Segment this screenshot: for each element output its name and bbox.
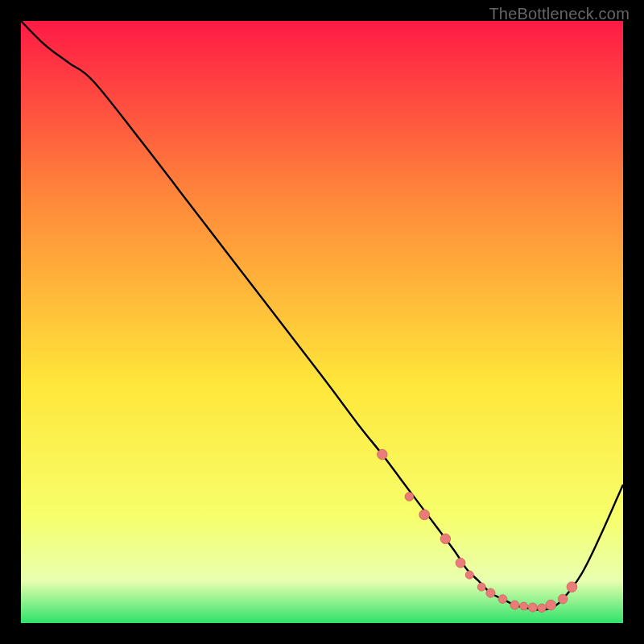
- plot-area: [21, 21, 623, 623]
- highlight-point: [378, 449, 388, 460]
- watermark-text: TheBottleneck.com: [489, 5, 630, 23]
- highlight-point: [510, 601, 519, 609]
- gradient-background: [21, 21, 623, 623]
- highlight-point: [538, 604, 546, 612]
- chart-svg: [21, 21, 623, 623]
- highlight-point: [486, 588, 495, 597]
- chart-stage: TheBottleneck.com: [0, 0, 644, 644]
- highlight-point: [456, 558, 465, 568]
- highlight-point: [558, 594, 568, 604]
- highlight-point: [520, 602, 528, 610]
- highlight-point: [405, 493, 414, 502]
- highlight-point: [477, 583, 485, 591]
- highlight-point: [440, 534, 451, 544]
- highlight-point: [465, 571, 473, 579]
- highlight-point: [546, 600, 556, 610]
- highlight-point: [567, 582, 577, 592]
- highlight-point: [498, 595, 507, 604]
- highlight-point: [419, 510, 430, 520]
- highlight-point: [528, 603, 537, 612]
